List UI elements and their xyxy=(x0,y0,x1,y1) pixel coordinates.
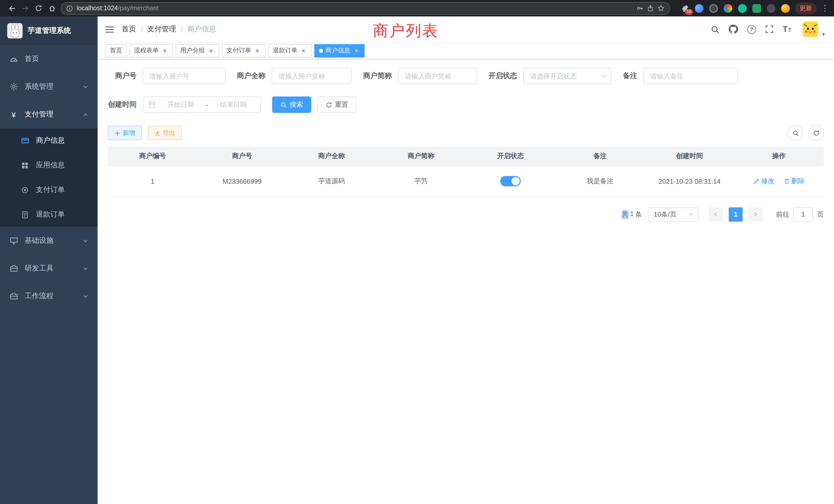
question-icon: ? xyxy=(747,25,756,33)
full-name-label: 商户全称 xyxy=(237,71,265,81)
sidebar-item-payment[interactable]: ¥ 支付管理 xyxy=(0,100,97,128)
page-number-button[interactable]: 1 xyxy=(729,207,743,222)
navbar: 首页 / 支付管理 / 商户信息 商户列表 ? TT xyxy=(97,17,834,42)
add-button[interactable]: 新增 xyxy=(108,126,142,140)
status-toggle[interactable] xyxy=(500,176,521,186)
close-icon[interactable]: × xyxy=(254,47,261,54)
browser-update-button[interactable]: 更新 xyxy=(795,2,816,14)
browser-forward-button[interactable] xyxy=(19,2,32,15)
extension-icon-pin[interactable] xyxy=(767,4,775,13)
tab-process-form[interactable]: 流程表单× xyxy=(129,44,173,57)
extension-icon-multicolor[interactable] xyxy=(724,4,732,13)
extension-icon-blue[interactable] xyxy=(695,4,704,13)
delete-link[interactable]: 删除 xyxy=(784,177,805,186)
chevron-down-icon xyxy=(83,266,88,271)
chevron-down-icon xyxy=(83,293,88,299)
tab-home[interactable]: 首页 xyxy=(105,44,127,57)
address-bar[interactable]: localhost:1024/pay/merchant xyxy=(61,2,670,15)
filter-status: 开启状态 xyxy=(488,68,612,84)
user-avatar[interactable]: ▾ xyxy=(803,22,818,37)
search-icon xyxy=(280,101,287,108)
browser-menu-icon[interactable]: ⋮ xyxy=(821,4,829,13)
site-info-icon[interactable] xyxy=(66,5,73,12)
reset-button[interactable]: 重置 xyxy=(317,96,356,113)
hamburger-icon[interactable] xyxy=(105,25,114,33)
edit-link[interactable]: 修改 xyxy=(753,177,774,186)
github-icon[interactable] xyxy=(729,25,738,34)
page-size-select[interactable]: 10条/页 xyxy=(648,207,698,222)
extension-icon-dark[interactable] xyxy=(709,4,718,13)
fullscreen-icon[interactable] xyxy=(765,25,773,33)
date-range-picker[interactable]: 开始日期 - 结束日期 xyxy=(143,96,261,113)
sidebar-item-refund-order[interactable]: 退款订单 xyxy=(0,202,97,227)
sidebar-item-pay-order[interactable]: 支付订单 xyxy=(0,178,97,202)
chevron-up-icon xyxy=(83,112,88,117)
chevron-down-icon xyxy=(83,84,88,90)
total-value: 1 xyxy=(630,210,634,219)
tab-dot xyxy=(319,48,323,53)
extension-icon-green-circle[interactable] xyxy=(738,4,747,13)
app-logo[interactable]: 芋道管理系统 xyxy=(0,17,97,45)
navbar-actions: ? TT ▾ xyxy=(711,22,826,37)
extensions-puzzle-icon[interactable]: 10 xyxy=(680,4,689,13)
prev-page-button[interactable] xyxy=(709,207,723,222)
search-icon[interactable] xyxy=(711,25,720,33)
short-name-input[interactable] xyxy=(398,68,477,84)
close-icon[interactable]: × xyxy=(300,47,307,54)
calendar-icon xyxy=(148,101,156,108)
bookmark-star-icon[interactable] xyxy=(657,5,664,12)
tab-user-group[interactable]: 用户分组× xyxy=(176,44,219,57)
full-name-input[interactable] xyxy=(272,68,352,84)
tab-merchant-info[interactable]: 商户信息× xyxy=(314,44,365,57)
tab-refund-order[interactable]: 退款订单× xyxy=(268,44,312,57)
share-icon[interactable] xyxy=(647,5,654,12)
sidebar-item-label: 应用信息 xyxy=(36,161,65,170)
breadcrumb-payment[interactable]: 支付管理 xyxy=(147,25,176,34)
export-button[interactable]: 导出 xyxy=(148,126,182,140)
create-time-label: 创建时间 xyxy=(108,100,137,109)
sidebar-item-label: 系统管理 xyxy=(25,82,53,91)
sidebar-item-label: 基础设施 xyxy=(25,236,53,245)
help-icon[interactable]: ? xyxy=(747,25,756,33)
status-label: 开启状态 xyxy=(488,71,517,81)
extension-icon-emoji[interactable] xyxy=(781,4,790,13)
date-start-placeholder: 开始日期 xyxy=(159,100,203,109)
browser-back-button[interactable] xyxy=(5,2,19,15)
sidebar-item-merchant-info[interactable]: 商户信息 xyxy=(0,128,97,153)
breadcrumb-home[interactable]: 首页 xyxy=(122,25,136,34)
sidebar-item-home[interactable]: 首页 xyxy=(0,45,97,73)
tab-label: 流程表单 xyxy=(134,46,159,55)
status-select-input[interactable] xyxy=(523,68,612,84)
breadcrumb-current: 商户信息 xyxy=(188,25,216,34)
browser-reload-button[interactable] xyxy=(32,2,45,15)
remark-input[interactable] xyxy=(643,68,738,84)
show-search-toggle-button[interactable] xyxy=(788,125,803,141)
filter-row-1: 商户号 商户全称 商户简称 开启状态 xyxy=(108,68,824,84)
next-page-button[interactable] xyxy=(749,207,763,222)
status-select[interactable] xyxy=(523,68,612,84)
tab-pay-order[interactable]: 支付订单× xyxy=(222,44,265,57)
sidebar-item-app-info[interactable]: 应用信息 xyxy=(0,153,97,178)
font-size-icon[interactable]: TT xyxy=(783,25,791,34)
sidebar-item-label: 支付订单 xyxy=(36,185,65,194)
chevron-down-icon xyxy=(688,211,694,217)
col-short-name: 商户简称 xyxy=(376,147,466,166)
refresh-table-button[interactable] xyxy=(808,125,824,141)
sidebar-item-system[interactable]: 系统管理 xyxy=(0,73,97,100)
password-key-icon[interactable] xyxy=(636,5,643,12)
close-icon[interactable]: × xyxy=(353,47,360,54)
cell-remark: 我是备注 xyxy=(555,166,645,197)
sidebar-item-infrastructure[interactable]: 基础设施 xyxy=(0,227,97,255)
search-button[interactable]: 搜索 xyxy=(272,96,311,113)
sidebar-item-dev-tools[interactable]: 研发工具 xyxy=(0,255,97,282)
extension-icon-green-square[interactable] xyxy=(752,4,761,13)
close-icon[interactable]: × xyxy=(207,47,215,54)
merchant-no-input[interactable] xyxy=(143,68,225,84)
goto-page-input[interactable] xyxy=(793,207,813,222)
sidebar-item-workflow[interactable]: 工作流程 xyxy=(0,282,97,310)
close-icon[interactable]: × xyxy=(161,47,169,54)
browser-home-button[interactable] xyxy=(45,2,59,15)
page-content: 商户号 商户全称 商户简称 开启状态 xyxy=(97,60,834,504)
cell-short-name: 芋艿 xyxy=(376,166,466,197)
page-size-value: 10条/页 xyxy=(654,210,676,219)
